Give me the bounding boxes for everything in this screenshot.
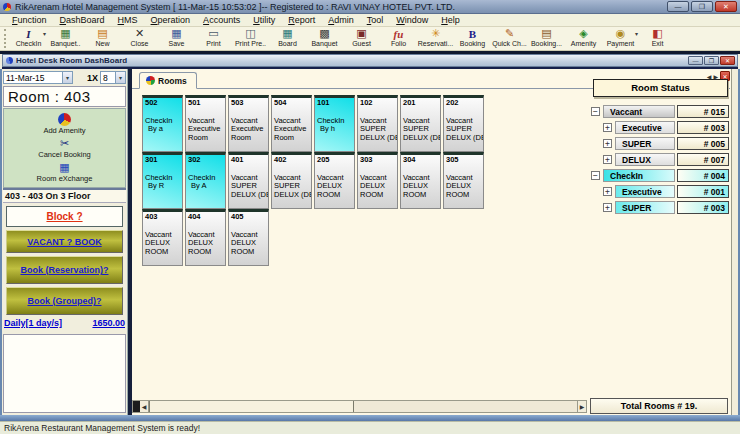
menu-help[interactable]: Help — [435, 15, 466, 25]
action-add-amenity[interactable]: Add Amenity — [43, 113, 85, 135]
minimize-button[interactable]: — — [667, 1, 689, 12]
menu-bar: FunctionDashBoardHMSOperationAccountsUti… — [0, 14, 740, 27]
toolbar-banquet[interactable]: ▩Banquet — [306, 27, 343, 50]
scrollbar-track[interactable] — [354, 401, 577, 412]
toolbar-grip[interactable] — [4, 29, 8, 48]
toolbar-board[interactable]: ▦Board — [269, 27, 306, 50]
toolbar-booking[interactable]: BBooking — [454, 27, 491, 50]
expand-icon[interactable]: + — [603, 139, 612, 148]
menu-utility[interactable]: Utility — [247, 15, 281, 25]
room-status-line: ROOM — [446, 191, 481, 200]
room-cell-504[interactable]: 504VaccantExecutiveRoom — [271, 95, 312, 152]
room-cell-201[interactable]: 201VaccantSUPERDELUX (DB) — [400, 95, 441, 152]
dropdown-arrow-icon[interactable]: ▾ — [635, 30, 638, 37]
room-cell-501[interactable]: 501VaccantExecutiveRoom — [185, 95, 226, 152]
room-cell-304[interactable]: 304VaccantDELUXROOM — [400, 152, 441, 209]
room-number: 102 — [360, 99, 395, 108]
vertical-scrollbar[interactable] — [731, 69, 738, 415]
menu-dashboard[interactable]: DashBoard — [54, 15, 111, 25]
zoom-combobox[interactable]: 8 ▾ — [100, 71, 126, 84]
toolbar: I▾CheckIn▦Banquet..▤New✕Close▦Save▭Print… — [0, 27, 740, 51]
room-cell-404[interactable]: 404VaccantDELUXROOM — [185, 209, 226, 266]
horizontal-scrollbar[interactable]: ◀ ▶ — [132, 400, 587, 413]
toolbar-exit[interactable]: ◧Exit — [639, 27, 676, 50]
room-cell-303[interactable]: 303VaccantDELUXROOM — [357, 152, 398, 209]
scrollbar-thumb[interactable] — [149, 401, 354, 412]
tree-count: # 007 — [677, 153, 729, 166]
room-cell-401[interactable]: 401VaccantSUPERDELUX (DB) — [228, 152, 269, 209]
toolbar-payment[interactable]: ◉▾Payment — [602, 27, 639, 50]
toolbar-save[interactable]: ▦Save — [158, 27, 195, 50]
booking-list-icon: ▤ — [541, 28, 551, 40]
book-reservation-button[interactable]: Book (Reservation)? — [6, 256, 123, 284]
child-restore-button[interactable]: ❐ — [704, 56, 719, 65]
room-cell-402[interactable]: 402VaccantSUPERDELUX (DB) — [271, 152, 312, 209]
room-cell-403[interactable]: 403VaccantDELUXROOM — [142, 209, 183, 266]
toolbar-banquet[interactable]: ▦Banquet.. — [47, 27, 84, 50]
toolbar-print-pre[interactable]: ◫Print Pre.. — [232, 27, 269, 50]
restore-button[interactable]: ❐ — [691, 1, 713, 12]
expand-icon[interactable]: + — [603, 155, 612, 164]
toolbar-print[interactable]: ▭Print — [195, 27, 232, 50]
tab-rooms[interactable]: Rooms — [139, 72, 197, 89]
toolbar-quick-ch[interactable]: ✎Quick Ch... — [491, 27, 528, 50]
scroll-left-arrow-icon[interactable]: ◀ — [140, 401, 149, 412]
toolbar-close[interactable]: ✕Close — [121, 27, 158, 50]
action-room-exchange[interactable]: ▦Room eXchange — [37, 162, 93, 183]
room-cell-503[interactable]: 503VaccantExecutiveRoom — [228, 95, 269, 152]
total-rooms-button[interactable]: Total Rooms # 19. — [590, 398, 728, 414]
room-cell-101[interactable]: 101CheckInBy h — [314, 95, 355, 152]
dropdown-arrow-icon[interactable]: ▾ — [43, 30, 46, 37]
menu-function[interactable]: Function — [6, 15, 53, 25]
toolbar-item-label: Banquet — [311, 40, 337, 47]
chevron-down-icon[interactable]: ▾ — [115, 72, 125, 83]
toolbar-amenity[interactable]: ◈Amenity — [565, 27, 602, 50]
toolbar-booking[interactable]: ▤Booking... — [528, 27, 565, 50]
expand-icon[interactable]: − — [591, 171, 600, 180]
toolbar-guest[interactable]: ▣Guest — [343, 27, 380, 50]
room-cell-405[interactable]: 405VaccantDELUXROOM — [228, 209, 269, 266]
tree-count: # 003 — [677, 121, 729, 134]
tree-label[interactable]: Executive — [615, 185, 675, 198]
tree-label[interactable]: Vaccant — [603, 105, 675, 118]
menu-report[interactable]: Report — [282, 15, 321, 25]
toolbar-reservati[interactable]: ✳Reservati... — [417, 27, 454, 50]
menu-hms[interactable]: HMS — [112, 15, 144, 25]
menu-tool[interactable]: Tool — [361, 15, 390, 25]
toolbar-checkin[interactable]: I▾CheckIn — [10, 27, 47, 50]
book-grouped-button[interactable]: Book (Grouped)? — [6, 287, 123, 315]
expand-icon[interactable]: + — [603, 123, 612, 132]
tree-label[interactable]: Executive — [615, 121, 675, 134]
vacant-book-button[interactable]: VACANT ? BOOK — [6, 230, 123, 253]
expand-icon[interactable]: + — [603, 187, 612, 196]
menu-window[interactable]: Window — [390, 15, 434, 25]
room-cell-502[interactable]: 502CheckInBy a — [142, 95, 183, 152]
tree-label[interactable]: DELUX — [615, 153, 675, 166]
room-cell-205[interactable]: 205VaccantDELUXROOM — [314, 152, 355, 209]
tree-label[interactable]: SUPER — [615, 201, 675, 214]
room-status-lines: VaccantDELUXROOM — [145, 231, 180, 257]
chevron-down-icon[interactable]: ▾ — [62, 72, 72, 83]
tree-row-vaccant-vaccant: −Vaccant# 015 — [587, 104, 729, 119]
room-cell-301[interactable]: 301CheckInBy R — [142, 152, 183, 209]
room-cell-305[interactable]: 305VaccantDELUXROOM — [443, 152, 484, 209]
tree-label[interactable]: CheckIn — [603, 169, 675, 182]
action-cancel-booking[interactable]: ✂Cancel Booking — [38, 138, 91, 159]
toolbar-new[interactable]: ▤New — [84, 27, 121, 50]
expand-icon[interactable]: + — [603, 203, 612, 212]
menu-accounts[interactable]: Accounts — [197, 15, 246, 25]
room-cell-302[interactable]: 302CheckInBy A — [185, 152, 226, 209]
tree-label[interactable]: SUPER — [615, 137, 675, 150]
scroll-right-arrow-icon[interactable]: ▶ — [577, 401, 586, 412]
menu-admin[interactable]: Admin — [322, 15, 360, 25]
expand-icon[interactable]: − — [591, 107, 600, 116]
menu-operation[interactable]: Operation — [145, 15, 197, 25]
block-button[interactable]: Block ? — [6, 206, 123, 227]
child-minimize-button[interactable]: — — [688, 56, 703, 65]
room-cell-102[interactable]: 102VaccantSUPERDELUX (DB) — [357, 95, 398, 152]
toolbar-folio[interactable]: fuFolio — [380, 27, 417, 50]
room-cell-202[interactable]: 202VaccantSUPERDELUX (DB) — [443, 95, 484, 152]
date-combobox[interactable]: 11-Mar-15 ▾ — [3, 71, 73, 84]
close-button[interactable]: ✕ — [715, 1, 737, 12]
child-close-button[interactable]: ✕ — [720, 56, 735, 65]
